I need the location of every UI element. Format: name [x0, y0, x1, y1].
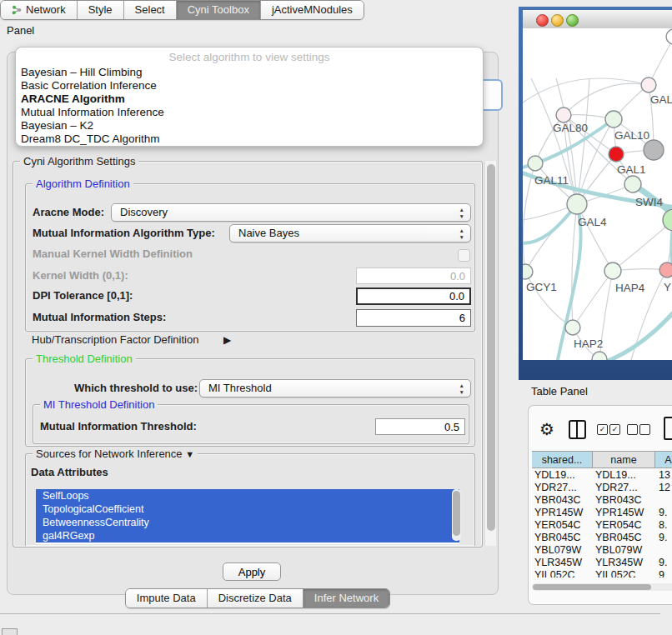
dpi-tolerance-input[interactable] — [356, 288, 471, 305]
tab-select[interactable]: Select — [123, 1, 176, 19]
network-node-hap2[interactable] — [565, 320, 580, 335]
table-cell: YLR345W — [595, 557, 643, 569]
network-view-window: GALGAL80GAL10GAL1GAL11SWI4GAL4GCY1HAP4YH… — [519, 7, 672, 380]
table-row[interactable]: YBR043CYBR043C — [529, 494, 672, 507]
attribute-item-gal4rgexp[interactable]: gal4RGexp — [36, 529, 459, 542]
network-node-gal1[interactable] — [609, 147, 624, 162]
table-cell: YDR27... — [595, 482, 638, 494]
data-attributes-list[interactable]: SelfLoopsTopologicalCoefficientBetweenne… — [36, 489, 459, 544]
which-threshold-value: MI Threshold — [208, 382, 272, 394]
network-node-gal80[interactable] — [556, 108, 571, 122]
algo-option-dream8-dc-tdc-algorithm[interactable]: Dream8 DC_TDC Algorithm — [21, 132, 160, 146]
control-panel-tabs: NetworkStyleSelectCyni ToolboxjActiveMNo… — [0, 0, 364, 20]
table-row[interactable]: YER054CYER054C8. — [529, 519, 672, 532]
algo-option-basic-correlation-inference[interactable]: Basic Correlation Inference — [21, 79, 157, 92]
column-header-shared[interactable]: shared... — [532, 451, 593, 468]
network-node[interactable] — [592, 352, 607, 360]
table-row[interactable]: YBL079WYBL079W — [529, 544, 672, 557]
network-node-gcy1[interactable] — [523, 264, 533, 279]
sources-group: Sources for Network Inference ▼ Data Att… — [25, 453, 475, 546]
network-node-gal4[interactable] — [567, 194, 587, 214]
tab-label: Discretize Data — [218, 589, 292, 608]
table-cell: YLR345W — [534, 557, 582, 569]
mini-dock-button[interactable] — [2, 628, 18, 635]
table-cell: YBR043C — [595, 494, 642, 507]
node-label-gal1: GAL1 — [617, 163, 646, 176]
manual-kernel-width-checkbox[interactable] — [458, 249, 470, 262]
table-row[interactable]: YDR27...YDR27...12 — [529, 482, 672, 494]
combo-arrows-icon: ▲▼ — [459, 228, 464, 240]
expand-arrow-icon[interactable]: ▶ — [223, 332, 231, 348]
table-cell: YBL079W — [534, 544, 581, 557]
tab-cyni-toolbox[interactable]: Cyni Toolbox — [176, 1, 260, 19]
tab-network[interactable]: Network — [1, 1, 77, 19]
mi-algorithm-type-select[interactable]: Naive Bayes ▲▼ — [229, 224, 471, 242]
table-row[interactable]: YBR045CYBR045C9. — [529, 532, 672, 544]
tab-label: Style — [88, 1, 113, 19]
mac-zoom-button[interactable] — [566, 14, 579, 27]
algo-option-mutual-information-inference[interactable]: Mutual Information Inference — [21, 106, 164, 119]
mac-minimize-button[interactable] — [551, 14, 564, 27]
gear-icon[interactable]: ⚙ — [539, 421, 554, 438]
network-node-gal[interactable] — [641, 78, 656, 92]
mac-close-button[interactable] — [536, 14, 549, 27]
algo-option-bayesian-hill-climbing[interactable]: Bayesian – Hill Climbing — [21, 66, 143, 79]
checkbox-checked-icon[interactable]: ✓ — [609, 424, 620, 435]
settings-scrollbar[interactable] — [484, 161, 496, 546]
table-cell: YPR145W — [534, 507, 583, 519]
column-header-name[interactable]: name — [593, 451, 655, 468]
table-row[interactable]: YLR345WYLR345W9. — [529, 557, 672, 569]
network-node-hap4[interactable] — [604, 262, 621, 279]
tab-jactivemnodules[interactable]: jActiveMNodules — [260, 1, 364, 19]
tab-infer-network[interactable]: Infer Network — [303, 589, 389, 608]
table-h-scrollbar[interactable] — [532, 583, 672, 591]
attribute-item-selfloops[interactable]: SelfLoops — [36, 489, 459, 502]
table-cell: YBR043C — [534, 494, 581, 507]
network-node-swi4[interactable] — [624, 176, 641, 192]
checkbox-unchecked-icon[interactable] — [627, 424, 638, 435]
network-node-gal11[interactable] — [528, 156, 543, 171]
network-canvas[interactable]: GALGAL80GAL10GAL1GAL11SWI4GAL4GCY1HAP4YH… — [523, 28, 672, 360]
attribute-item-topologicalcoefficient[interactable]: TopologicalCoefficient — [36, 502, 459, 516]
network-graph[interactable] — [523, 28, 672, 360]
which-threshold-select[interactable]: MI Threshold ▲▼ — [199, 379, 471, 398]
checkbox-checked-icon[interactable]: ✓ — [597, 424, 608, 435]
aracne-mode-select[interactable]: Discovery ▲▼ — [111, 203, 471, 222]
algorithm-dropdown-popup: Select algorithm to view settings Bayesi… — [15, 47, 484, 147]
algo-option-bayesian-k2[interactable]: Bayesian – K2 — [21, 119, 93, 132]
checkbox-unchecked-icon[interactable] — [639, 424, 650, 435]
network-node-y[interactable] — [659, 262, 672, 278]
mi-threshold-input[interactable] — [375, 418, 465, 435]
table-row[interactable]: YPR145WYPR145W9. — [529, 507, 672, 519]
column-header-a[interactable]: A — [655, 451, 672, 468]
list-scrollbar[interactable] — [452, 489, 461, 541]
new-table-icon[interactable] — [664, 417, 672, 440]
aracne-mode-label: Aracne Mode: — [33, 204, 104, 221]
tab-impute-data[interactable]: Impute Data — [126, 589, 207, 608]
network-node-gal10[interactable] — [605, 111, 622, 128]
node-label-gcy1: GCY1 — [526, 281, 557, 293]
tab-discretize-data[interactable]: Discretize Data — [207, 589, 303, 608]
node-table[interactable]: YDL19...YDL19...13YDR27...YDR27...12YBR0… — [529, 469, 672, 578]
kernel-width-input[interactable] — [356, 268, 471, 284]
network-node[interactable] — [644, 140, 664, 160]
node-label-gal4: GAL4 — [578, 216, 607, 228]
collapse-arrow-icon[interactable]: ▼ — [185, 449, 194, 459]
attribute-item-betweennesscentrality[interactable]: BetweennessCentrality — [36, 516, 459, 529]
apply-button[interactable]: Apply — [223, 562, 281, 581]
group-title: Algorithm Definition — [33, 178, 133, 190]
table-cell: 9. — [659, 532, 667, 544]
group-title: MI Threshold Definition — [40, 398, 158, 411]
table-row[interactable]: YDL19...YDL19...13 — [529, 469, 672, 482]
hub-factor-definition-toggle[interactable]: Hub/Transcription Factor Definition — [32, 332, 198, 348]
split-columns-icon[interactable] — [569, 420, 586, 439]
network-node[interactable] — [666, 29, 672, 44]
network-view-titlebar[interactable] — [523, 10, 672, 29]
table-row[interactable]: YIL052CYIL052C9 — [529, 569, 672, 578]
algo-option-aracne-algorithm[interactable]: ARACNE Algorithm — [21, 92, 125, 106]
table-cell: YDL19... — [595, 469, 636, 482]
tab-label: Select — [135, 1, 165, 19]
tab-style[interactable]: Style — [77, 1, 123, 19]
cyni-bottom-tabs: Impute DataDiscretize DataInfer Network — [0, 588, 515, 608]
mi-steps-input[interactable] — [356, 309, 471, 327]
